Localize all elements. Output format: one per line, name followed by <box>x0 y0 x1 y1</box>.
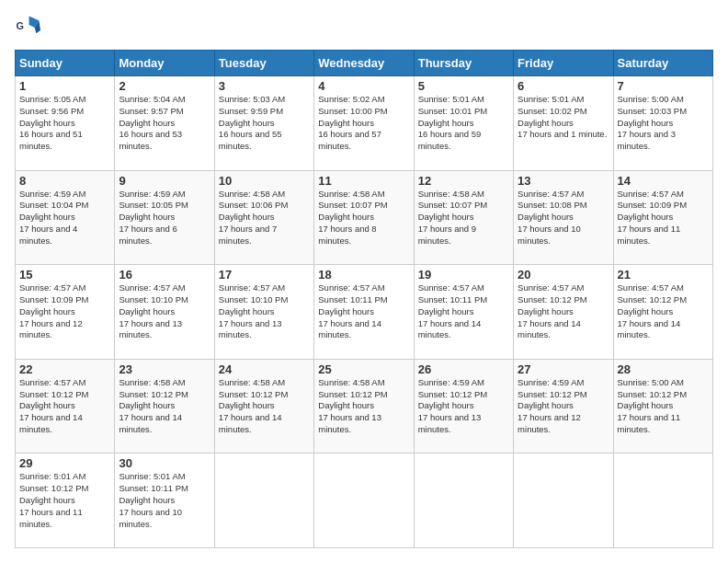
day-info: Sunrise: 4:57 AMSunset: 10:09 PMDaylight… <box>618 189 709 247</box>
calendar-cell: 20Sunrise: 4:57 AMSunset: 10:12 PMDaylig… <box>514 265 613 360</box>
calendar-cell: 12Sunrise: 4:58 AMSunset: 10:07 PMDaylig… <box>414 170 513 265</box>
calendar-week-3: 15Sunrise: 4:57 AMSunset: 10:09 PMDaylig… <box>16 265 713 360</box>
calendar-cell: 7Sunrise: 5:00 AMSunset: 10:03 PMDayligh… <box>613 76 712 171</box>
header: G <box>15 15 713 40</box>
day-number: 6 <box>518 79 609 93</box>
day-info: Sunrise: 5:01 AMSunset: 10:01 PMDaylight… <box>418 94 509 153</box>
day-info: Sunrise: 4:57 AMSunset: 10:11 PMDaylight… <box>418 282 509 341</box>
day-info: Sunrise: 5:00 AMSunset: 10:03 PMDaylight… <box>618 94 709 153</box>
calendar-cell: 30Sunrise: 5:01 AMSunset: 10:11 PMDaylig… <box>115 454 214 548</box>
day-number: 20 <box>518 268 609 282</box>
calendar-table: SundayMondayTuesdayWednesdayThursdayFrid… <box>15 50 713 548</box>
calendar-cell: 13Sunrise: 4:57 AMSunset: 10:08 PMDaylig… <box>514 170 613 265</box>
col-header-saturday: Saturday <box>613 51 712 76</box>
calendar-cell: 1Sunrise: 5:05 AMSunset: 9:56 PMDaylight… <box>16 76 115 171</box>
day-number: 10 <box>219 174 310 188</box>
day-info: Sunrise: 4:59 AMSunset: 10:04 PMDaylight… <box>19 189 110 247</box>
calendar-cell: 18Sunrise: 4:57 AMSunset: 10:11 PMDaylig… <box>314 265 414 360</box>
day-info: Sunrise: 4:58 AMSunset: 10:12 PMDaylight… <box>318 377 409 436</box>
day-info: Sunrise: 4:58 AMSunset: 10:07 PMDaylight… <box>418 189 509 247</box>
calendar-cell: 3Sunrise: 5:03 AMSunset: 9:59 PMDaylight… <box>214 76 313 171</box>
day-number: 28 <box>618 362 709 376</box>
day-info: Sunrise: 4:59 AMSunset: 10:05 PMDaylight… <box>119 189 210 247</box>
calendar-cell <box>613 454 712 548</box>
day-number: 19 <box>418 268 509 282</box>
calendar-cell: 17Sunrise: 4:57 AMSunset: 10:10 PMDaylig… <box>214 265 313 360</box>
calendar-cell: 28Sunrise: 5:00 AMSunset: 10:12 PMDaylig… <box>613 359 712 454</box>
col-header-thursday: Thursday <box>414 51 513 76</box>
day-number: 25 <box>318 362 409 376</box>
day-info: Sunrise: 5:03 AMSunset: 9:59 PMDaylight … <box>219 94 310 153</box>
day-number: 22 <box>19 362 110 376</box>
day-info: Sunrise: 4:58 AMSunset: 10:12 PMDaylight… <box>219 377 310 436</box>
day-number: 18 <box>318 268 409 282</box>
day-number: 30 <box>119 456 210 470</box>
day-number: 24 <box>219 362 310 376</box>
day-info: Sunrise: 4:58 AMSunset: 10:12 PMDaylight… <box>119 377 210 436</box>
calendar-cell: 9Sunrise: 4:59 AMSunset: 10:05 PMDayligh… <box>115 170 214 265</box>
calendar-header-row: SundayMondayTuesdayWednesdayThursdayFrid… <box>16 51 713 76</box>
day-number: 5 <box>418 79 509 93</box>
day-number: 9 <box>119 174 210 188</box>
calendar-cell: 26Sunrise: 4:59 AMSunset: 10:12 PMDaylig… <box>414 359 513 454</box>
calendar-cell: 21Sunrise: 4:57 AMSunset: 10:12 PMDaylig… <box>613 265 712 360</box>
day-number: 13 <box>518 174 609 188</box>
day-number: 12 <box>418 174 509 188</box>
day-number: 21 <box>618 268 709 282</box>
day-number: 11 <box>318 174 409 188</box>
day-info: Sunrise: 5:01 AMSunset: 10:02 PMDaylight… <box>518 94 609 141</box>
day-info: Sunrise: 4:57 AMSunset: 10:12 PMDaylight… <box>19 377 110 436</box>
calendar-week-4: 22Sunrise: 4:57 AMSunset: 10:12 PMDaylig… <box>16 359 713 454</box>
col-header-friday: Friday <box>514 51 613 76</box>
day-info: Sunrise: 4:57 AMSunset: 10:12 PMDaylight… <box>518 282 609 341</box>
svg-text:G: G <box>17 20 24 31</box>
calendar-cell: 22Sunrise: 4:57 AMSunset: 10:12 PMDaylig… <box>16 359 115 454</box>
calendar-cell: 15Sunrise: 4:57 AMSunset: 10:09 PMDaylig… <box>16 265 115 360</box>
calendar-cell <box>414 454 513 548</box>
calendar-cell: 25Sunrise: 4:58 AMSunset: 10:12 PMDaylig… <box>314 359 414 454</box>
col-header-wednesday: Wednesday <box>314 51 414 76</box>
calendar-cell <box>314 454 414 548</box>
calendar-cell: 29Sunrise: 5:01 AMSunset: 10:12 PMDaylig… <box>16 454 115 548</box>
day-number: 15 <box>19 268 110 282</box>
calendar-cell: 4Sunrise: 5:02 AMSunset: 10:00 PMDayligh… <box>314 76 414 171</box>
calendar-cell: 16Sunrise: 4:57 AMSunset: 10:10 PMDaylig… <box>115 265 214 360</box>
day-info: Sunrise: 5:01 AMSunset: 10:12 PMDaylight… <box>19 471 110 530</box>
day-number: 3 <box>219 79 310 93</box>
day-number: 8 <box>19 174 110 188</box>
day-info: Sunrise: 4:57 AMSunset: 10:10 PMDaylight… <box>119 282 210 341</box>
day-number: 1 <box>19 79 110 93</box>
day-number: 26 <box>418 362 509 376</box>
calendar-cell: 23Sunrise: 4:58 AMSunset: 10:12 PMDaylig… <box>115 359 214 454</box>
calendar-week-1: 1Sunrise: 5:05 AMSunset: 9:56 PMDaylight… <box>16 76 713 171</box>
col-header-tuesday: Tuesday <box>214 51 313 76</box>
calendar-cell: 10Sunrise: 4:58 AMSunset: 10:06 PMDaylig… <box>214 170 313 265</box>
calendar-body: 1Sunrise: 5:05 AMSunset: 9:56 PMDaylight… <box>16 76 713 548</box>
day-info: Sunrise: 4:58 AMSunset: 10:06 PMDaylight… <box>219 189 310 247</box>
day-info: Sunrise: 4:58 AMSunset: 10:07 PMDaylight… <box>318 189 409 247</box>
day-number: 16 <box>119 268 210 282</box>
day-number: 17 <box>219 268 310 282</box>
calendar-cell: 27Sunrise: 4:59 AMSunset: 10:12 PMDaylig… <box>514 359 613 454</box>
day-info: Sunrise: 4:57 AMSunset: 10:09 PMDaylight… <box>19 282 110 341</box>
calendar-cell <box>514 454 613 548</box>
calendar-cell: 11Sunrise: 4:58 AMSunset: 10:07 PMDaylig… <box>314 170 414 265</box>
calendar-cell: 2Sunrise: 5:04 AMSunset: 9:57 PMDaylight… <box>115 76 214 171</box>
calendar-cell: 6Sunrise: 5:01 AMSunset: 10:02 PMDayligh… <box>514 76 613 171</box>
col-header-monday: Monday <box>115 51 214 76</box>
logo: G <box>15 15 44 40</box>
col-header-sunday: Sunday <box>16 51 115 76</box>
calendar-cell: 19Sunrise: 4:57 AMSunset: 10:11 PMDaylig… <box>414 265 513 360</box>
day-info: Sunrise: 5:05 AMSunset: 9:56 PMDaylight … <box>19 94 110 153</box>
day-info: Sunrise: 5:02 AMSunset: 10:00 PMDaylight… <box>318 94 409 153</box>
day-info: Sunrise: 5:00 AMSunset: 10:12 PMDaylight… <box>618 377 709 436</box>
day-info: Sunrise: 4:57 AMSunset: 10:10 PMDaylight… <box>219 282 310 341</box>
day-info: Sunrise: 5:04 AMSunset: 9:57 PMDaylight … <box>119 94 210 153</box>
logo-icon: G <box>15 15 40 40</box>
day-info: Sunrise: 5:01 AMSunset: 10:11 PMDaylight… <box>119 471 210 530</box>
day-number: 14 <box>618 174 709 188</box>
calendar-week-2: 8Sunrise: 4:59 AMSunset: 10:04 PMDayligh… <box>16 170 713 265</box>
day-number: 23 <box>119 362 210 376</box>
day-info: Sunrise: 4:57 AMSunset: 10:11 PMDaylight… <box>318 282 409 341</box>
day-info: Sunrise: 4:57 AMSunset: 10:08 PMDaylight… <box>518 189 609 247</box>
